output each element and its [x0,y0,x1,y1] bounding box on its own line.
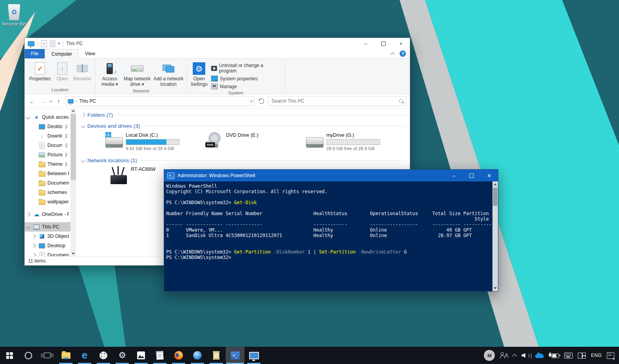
back-button[interactable]: ← [28,98,36,105]
action-center-icon[interactable] [607,352,614,359]
open-settings-button[interactable]: ⚙ Open Settings [189,61,209,87]
touch-keyboard-icon[interactable] [564,353,573,359]
people-icon[interactable] [500,352,508,359]
console-scrollbar[interactable] [492,181,498,291]
manage-button[interactable]: Manage [211,83,279,89]
maximize-button[interactable] [375,38,392,49]
sidebar-item-desktop[interactable]: Desktop [25,122,71,131]
chevron-right-icon[interactable] [31,234,36,238]
photos-icon[interactable] [132,347,150,364]
sidebar-item-quick-access[interactable]: Quick access [25,112,71,122]
console-body[interactable]: Windows PowerShellCopyright (C) Microsof… [164,181,492,291]
file-explorer-icon[interactable] [56,347,75,364]
sidebar-scrollbar[interactable] [71,108,76,257]
qat-customize-arrow[interactable]: ▾ [58,42,60,45]
folders-collapse-chevron[interactable] [81,112,85,117]
forward-button[interactable]: → [39,98,47,105]
sidebar-item-pictures[interactable]: Pictures [25,150,71,159]
scroll-down-arrow[interactable] [71,251,76,257]
settings-icon[interactable]: ⚙ [113,347,132,364]
edge-icon[interactable]: e [75,347,94,364]
chevron-right-icon[interactable] [26,212,30,216]
add-network-location-button[interactable]: Add a network location [153,61,184,87]
chevron-right-icon[interactable] [31,243,36,248]
map-network-drive-button[interactable]: Map network drive ▾ [122,61,152,87]
recycle-bin[interactable]: ♻ Recycle Bin [2,4,27,27]
sidebar-item-schemes[interactable]: schemes [25,188,71,197]
chevron-down-icon[interactable] [26,115,30,119]
firefox-icon[interactable] [169,347,188,364]
properties-button[interactable]: ✓ Properties [27,61,53,82]
powershell-icon[interactable]: >_ [226,347,244,364]
uninstall-or-change-a-program-button[interactable]: Uninstall or change a program [211,63,279,74]
up-button[interactable]: ↑ [54,98,63,105]
onedrive-icon[interactable] [535,353,544,358]
scrollbar-thumb[interactable] [71,114,76,180]
ps-maximize-button[interactable] [463,170,480,181]
sidebar-item-downloads[interactable]: Downloads [25,131,71,141]
paint-palette-icon[interactable] [94,347,113,364]
sidebar-item-themes[interactable]: Themes [25,159,71,169]
refresh-icon[interactable] [259,98,264,104]
minimize-button[interactable]: – [357,38,375,49]
sidebar-item-documents[interactable]: Documents [25,141,71,150]
help-icon[interactable]: ? [400,51,406,57]
sidebar-item-3d-objects[interactable]: 3D Objects [25,232,71,241]
scroll-up-arrow[interactable] [71,108,76,114]
sidebar-item-onedrive-family[interactable]: OneDrive - Family [25,210,71,219]
properties-qat-icon[interactable]: ✓ [41,40,47,47]
hidden-icons-chevron[interactable] [513,353,516,358]
section-devices[interactable]: Devices and drives (3) [81,121,406,130]
drive-tile-mydrive-g[interactable]: myDrive (G:)28.9 GB free of 28.9 GB [306,132,406,154]
drive-tile-dvd-drive-e[interactable]: DVDDVD Drive (E:) [205,132,306,154]
search-box[interactable]: Search This PC [268,96,407,106]
sidebar-item-between-pcs[interactable]: Between PCs [25,169,71,178]
tab-file[interactable]: File [25,49,45,58]
folder-icon [39,162,45,167]
language-indicator[interactable]: ENG [591,353,602,358]
breadcrumb[interactable]: This PC [79,98,96,104]
photos-icon-glyph [137,351,145,359]
system-monitor-icon[interactable] [244,347,263,364]
user-avatar[interactable]: M [484,350,495,361]
tab-view[interactable]: View [79,49,101,58]
task-view-button[interactable] [38,347,56,364]
close-button[interactable]: × [392,38,410,49]
tab-computer[interactable]: Computer [45,49,79,59]
powershell-titlebar[interactable]: >_ Administrator: Windows PowerShell – ✕ [164,170,498,181]
sidebar-item-documents[interactable]: Documents [25,250,71,257]
layout-icon[interactable] [578,353,586,359]
notepad-icon[interactable] [150,347,169,364]
devices-collapse-chevron[interactable] [81,123,85,128]
new-folder-qat-icon[interactable] [50,40,55,47]
console-scrollbar-thumb[interactable] [493,188,498,206]
sidebar-item-this-pc[interactable]: This PC [25,222,71,232]
rename-button[interactable]: Rename [72,61,93,82]
ps-minimize-button[interactable]: – [445,170,463,181]
start-button[interactable] [0,347,19,364]
open-button[interactable]: ↑ Open [54,61,71,82]
explorer-titlebar[interactable]: | ✓ ▾ | This PC – × [25,38,410,49]
access-media-button[interactable]: Access media ▾ [98,61,121,87]
volume-icon[interactable] [521,352,530,359]
address-dropdown-chevron[interactable] [250,99,253,102]
chevron-down-icon[interactable] [26,225,30,229]
sidebar-item-documents[interactable]: Documents [25,178,71,188]
sidebar-item-wallpapers[interactable]: wallpapers [25,197,71,206]
address-bar[interactable]: › This PC [65,96,255,106]
battery-icon[interactable] [549,353,559,358]
section-network[interactable]: Network locations (1) [81,156,406,165]
sidebar-item-desktop[interactable]: Desktop [25,241,71,250]
recent-locations-chevron[interactable] [49,99,52,102]
network-collapse-chevron[interactable] [81,158,85,162]
drive-tile-local-disk-c[interactable]: Local Disk (C:)9.41 GB free of 39.4 GB [105,132,205,154]
script-app-icon[interactable] [207,347,226,364]
desktop-icon [39,243,45,248]
rename-icon [77,65,88,72]
section-folders[interactable]: Folders (7) [81,110,406,120]
cortana-button[interactable] [19,347,38,364]
ps-close-button[interactable]: ✕ [480,170,498,181]
minimize-ribbon-icon[interactable] [390,52,395,56]
app-sphere-icon[interactable] [188,347,207,364]
system-properties-button[interactable]: System properties [211,76,279,81]
